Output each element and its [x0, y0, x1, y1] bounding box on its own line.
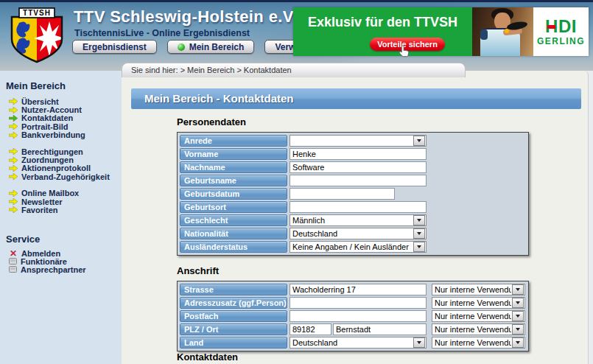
sidebar: Mein Bereich ÜbersichtNutzer-AccountKont…: [0, 71, 122, 364]
field-label: Geburtsname: [180, 175, 287, 186]
sidebar-item-zuordnungen[interactable]: Zuordnungen: [6, 155, 122, 164]
dropdown-arrow-button[interactable]: [512, 284, 524, 295]
dropdown-arrow-button[interactable]: [413, 228, 425, 239]
field-label: Vorname: [180, 148, 287, 160]
ort-input[interactable]: [333, 323, 427, 335]
land-dropdown[interactable]: Deutschland: [290, 337, 427, 349]
land-visibility-dropdown[interactable]: Nur interne Verwendung: [432, 337, 525, 349]
sidebar-item-online-mailbox[interactable]: Online Mailbox: [6, 189, 122, 197]
dropdown-arrow-button[interactable]: [413, 215, 425, 225]
dropdown-value: Männlich: [290, 216, 413, 225]
field-label: Strasse: [180, 284, 287, 295]
postfach-visibility-dropdown[interactable]: Nur interne Verwendung: [432, 310, 525, 322]
section-anschrift: AnschriftStrasseNur interne VerwendungAd…: [177, 265, 529, 351]
dropdown-arrow-button[interactable]: [512, 311, 524, 321]
dropdown-value: Nur interne Verwendung: [432, 338, 511, 347]
arrow-icon: [9, 123, 18, 130]
page-header: TTVSH TTV Schleswig-Holstein e.V. Tischt…: [0, 0, 593, 71]
dropdown-arrow-button[interactable]: [413, 337, 425, 348]
panel-icon: [9, 258, 17, 265]
plz-ort-visibility-dropdown[interactable]: Nur interne Verwendung: [432, 323, 525, 335]
sidebar-item-berechtigungen[interactable]: Berechtigungen: [6, 147, 122, 155]
service-item-abmelden[interactable]: ✕Abmelden: [6, 250, 122, 258]
sidebar-group-2: BerechtigungenZuordnungenAktionenprotoko…: [6, 147, 122, 181]
active-arrow-icon: [9, 115, 18, 122]
site-subtitle: TischtennisLive - Online Ergebnisdienst: [74, 28, 250, 38]
sidebar-item-portrait-bild[interactable]: Portrait-Bild: [6, 122, 122, 130]
dropdown-arrow-button[interactable]: [413, 242, 425, 252]
field-controls: Nur interne Verwendung: [290, 297, 525, 309]
site-title: TTV Schleswig-Holstein e.V.: [74, 7, 297, 27]
photo-player-sleeve: [480, 29, 488, 40]
section-heading: Personendaten: [177, 116, 529, 127]
chevron-down-icon: [417, 341, 421, 344]
breadcrumb: Sie sind hier: > Mein Bereich > Kontaktd…: [122, 63, 466, 77]
sidebar-item-label: Zuordnungen: [21, 155, 74, 164]
geburtsdatum-input[interactable]: [290, 188, 395, 200]
nachname-input[interactable]: [290, 161, 427, 173]
geburtsname-input[interactable]: [290, 175, 427, 186]
chevron-down-icon: [417, 219, 421, 222]
vorname-input[interactable]: [290, 148, 427, 160]
nav-button-label: Mein Bereich: [189, 42, 245, 52]
field-label: Geschlecht: [180, 214, 287, 226]
sidebar-service-title: Service: [6, 234, 122, 245]
dropdown-arrow-button[interactable]: [512, 337, 524, 348]
sidebar-item-favoriten[interactable]: Favoriten: [6, 206, 122, 214]
form-row-geburtsort: Geburtsort: [180, 200, 526, 214]
sidebar-item-aktionenprotokoll[interactable]: Aktionenprotokoll: [6, 164, 122, 172]
form-box-anschrift: StrasseNur interne VerwendungAdresszusat…: [177, 281, 529, 351]
sidebar-item-nutzer-account[interactable]: Nutzer-Account: [6, 105, 122, 113]
postfach-input[interactable]: [290, 310, 427, 322]
field-label: Land: [180, 337, 287, 349]
sidebar-item-bankverbindung[interactable]: Bankverbindung: [6, 131, 122, 139]
nationalität-dropdown[interactable]: Deutschland: [290, 228, 427, 239]
logout-x-icon: ✕: [9, 250, 18, 257]
adresszusatz-ggf-person--input[interactable]: [290, 297, 427, 309]
ausländerstatus-dropdown[interactable]: Keine Angaben / Kein Ausländer: [290, 241, 427, 253]
adresszusatz-ggf-person--visibility-dropdown[interactable]: Nur interne Verwendung: [432, 297, 525, 309]
sidebar-item-kontaktdaten[interactable]: Kontaktdaten: [6, 114, 122, 122]
chevron-down-icon: [516, 288, 520, 291]
plz-input[interactable]: [290, 323, 331, 335]
field-label: PLZ / Ort: [180, 323, 287, 335]
form-row-vorname: Vorname: [180, 147, 526, 161]
nav-button-ergebnisdienst[interactable]: Ergebnisdienst: [72, 40, 157, 54]
sidebar-item-übersicht[interactable]: Übersicht: [6, 97, 122, 105]
sidebar-section-title: Mein Bereich: [6, 80, 122, 91]
field-controls: [290, 188, 395, 200]
main-content: Mein Bereich - Kontaktdaten Personendate…: [122, 71, 589, 364]
sidebar-item-verband-zugehörigkeit[interactable]: Verband-Zugehörigkeit: [6, 172, 122, 181]
form-row-geburtsname: Geburtsname: [180, 174, 526, 187]
geschlecht-dropdown[interactable]: Männlich: [290, 214, 427, 226]
cursor-hand-icon: [399, 45, 410, 57]
chevron-down-icon: [417, 245, 421, 248]
ad-banner[interactable]: Exklusiv für den TTVSH Vorteile sichern …: [293, 7, 589, 56]
field-label: Geburtsort: [180, 201, 287, 213]
chevron-down-icon: [516, 328, 520, 331]
svg-text:TTVSH: TTVSH: [23, 9, 51, 17]
nav-button-mein-bereich[interactable]: Mein Bereich: [167, 40, 255, 54]
arrow-icon: [9, 157, 18, 164]
sidebar-item-label: Online Mailbox: [21, 189, 79, 197]
service-item-funktionäre[interactable]: Funktionäre: [6, 257, 122, 265]
chevron-down-icon: [417, 139, 421, 142]
form-box-personendaten: AnredeVornameNachnameGeburtsnameGeburtsd…: [177, 132, 529, 256]
dropdown-arrow-button[interactable]: [512, 298, 524, 308]
field-controls: [290, 201, 427, 213]
dropdown-arrow-button[interactable]: [413, 136, 425, 146]
sidebar-item-newsletter[interactable]: Newsletter: [6, 197, 122, 206]
strasse-visibility-dropdown[interactable]: Nur interne Verwendung: [432, 284, 525, 295]
hdi-logo-text: HDI: [545, 18, 577, 35]
service-item-ansprechpartner[interactable]: Ansprechpartner: [6, 265, 122, 273]
field-controls: [290, 175, 427, 186]
geburtsort-input[interactable]: [290, 201, 427, 213]
dropdown-arrow-button[interactable]: [512, 324, 524, 335]
strasse-input[interactable]: [290, 284, 427, 295]
sidebar-group-3: Online MailboxNewsletterFavoriten: [6, 189, 122, 214]
chevron-down-icon: [516, 315, 520, 318]
anrede-dropdown[interactable]: [290, 135, 427, 147]
form-row-adresszusatz-ggf-person-: Adresszusatz (ggf.Person)Nur interne Ver…: [180, 296, 526, 309]
arrow-icon: [9, 190, 18, 197]
field-label: Ausländerstatus: [180, 241, 287, 253]
